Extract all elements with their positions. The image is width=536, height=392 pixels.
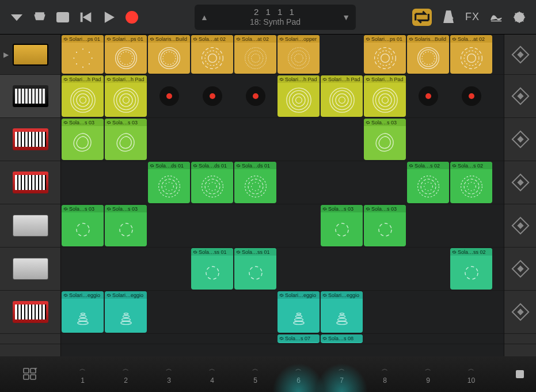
cell-slot[interactable]: Sola…s 07 [277, 334, 320, 344]
cell-slot[interactable]: Solaris...Build [147, 35, 191, 74]
cell-slot[interactable] [320, 118, 363, 161]
cell-slot[interactable] [191, 204, 234, 247]
loop-cell[interactable]: Solari…eggio [62, 291, 104, 333]
cell-slot[interactable]: Solari…opper [277, 35, 320, 74]
cell-slot[interactable]: Sola…ss 01 [234, 248, 277, 290]
loop-cell[interactable]: Solari…ps 01 [364, 35, 406, 74]
scene-trigger[interactable] [504, 334, 536, 344]
cell-slot[interactable] [191, 334, 234, 344]
loop-cell[interactable]: Sola…s 03 [364, 205, 406, 246]
loop-cell[interactable]: Solari…h Pad [277, 75, 320, 117]
lcd-display[interactable]: ▲ 2 1 1 1 18: Synth Pad ▼ [195, 5, 356, 30]
cell-slot[interactable]: Solari…h Pad [363, 75, 406, 117]
column-trigger[interactable]: ︿4 [191, 356, 234, 392]
cell-slot[interactable] [234, 118, 277, 161]
loop-cell[interactable]: Sola…ss 01 [191, 248, 233, 290]
record-button[interactable] [126, 11, 138, 24]
menu-dropdown-icon[interactable] [10, 11, 23, 24]
loop-cell[interactable]: Solaris...Build [148, 35, 190, 74]
cell-slot[interactable] [406, 204, 450, 247]
cell-slot[interactable] [363, 334, 406, 344]
column-trigger[interactable]: ︿2 [104, 356, 147, 392]
cell-slot[interactable] [450, 291, 493, 333]
scene-trigger[interactable] [504, 161, 536, 204]
cell-slot[interactable]: Sola…ss 02 [450, 248, 493, 290]
loop-toggle[interactable] [412, 9, 432, 26]
cell-slot[interactable] [61, 334, 104, 344]
column-trigger[interactable]: ︿9 [406, 356, 450, 392]
cell-slot[interactable] [450, 334, 493, 344]
loop-cell[interactable]: Sola…s 03 [321, 205, 363, 246]
cell-slot[interactable] [234, 334, 277, 344]
cell-slot[interactable]: Solari…eggio [61, 291, 104, 333]
track-header[interactable] [0, 291, 60, 334]
cell-slot[interactable] [277, 248, 320, 290]
cell-slot[interactable] [147, 334, 191, 344]
go-to-start-icon[interactable] [79, 11, 92, 24]
metronome-icon[interactable] [442, 11, 455, 24]
column-trigger[interactable]: ︿8 [363, 356, 406, 392]
loop-cell[interactable]: Sola…s 03 [105, 205, 147, 246]
cell-slot[interactable] [450, 75, 493, 117]
track-header[interactable]: ▶ [0, 35, 60, 75]
scene-trigger[interactable] [504, 248, 536, 291]
cell-slot[interactable]: Solari…eggio [277, 291, 320, 333]
cell-slot[interactable] [363, 248, 406, 290]
cell-slot[interactable] [61, 161, 104, 204]
loop-cell[interactable]: Solari…eggio [105, 291, 147, 333]
empty-record-cell[interactable] [406, 75, 450, 117]
grid-mode-icon[interactable] [0, 356, 61, 392]
loop-cell[interactable]: Sola…s 08 [321, 334, 363, 343]
loop-cell[interactable]: Solari…h Pad [364, 75, 406, 117]
cell-slot[interactable] [450, 118, 493, 161]
master-eq-icon[interactable] [490, 11, 503, 24]
cell-slot[interactable] [147, 291, 191, 333]
track-header[interactable] [0, 118, 60, 161]
cell-slot[interactable]: Sola…s 08 [320, 334, 363, 344]
track-play-icon[interactable]: ▶ [3, 51, 9, 59]
empty-record-cell[interactable] [191, 75, 234, 117]
loop-cell[interactable]: Sola…s 03 [62, 119, 104, 160]
library-icon[interactable] [33, 11, 46, 24]
loop-cell[interactable]: Sola…ss 01 [234, 248, 276, 290]
cell-slot[interactable]: Solari…h Pad [320, 75, 363, 117]
scene-trigger[interactable] [504, 75, 536, 118]
cell-slot[interactable]: Solari…ps 01 [104, 35, 147, 74]
cell-slot[interactable]: Sola…ds 01 [234, 161, 277, 204]
loop-cell[interactable]: Sola…ds 01 [191, 162, 233, 203]
loop-cell[interactable]: Solari…eggio [321, 291, 363, 333]
cell-slot[interactable]: Sola…s 02 [450, 161, 493, 204]
cell-slot[interactable]: Solari…ps 01 [61, 35, 104, 74]
cell-slot[interactable] [191, 75, 234, 117]
loop-cell[interactable]: Solari…h Pad [105, 75, 147, 117]
scene-trigger[interactable] [504, 291, 536, 334]
cell-slot[interactable]: Solari…h Pad [277, 75, 320, 117]
loop-cell[interactable]: Solari…opper [277, 35, 320, 74]
track-header[interactable] [0, 334, 60, 344]
loop-cell[interactable]: Sola…s 03 [364, 119, 406, 160]
empty-record-cell[interactable] [450, 75, 493, 117]
loop-cell[interactable]: Sola…s 02 [450, 162, 492, 203]
cell-slot[interactable] [277, 204, 320, 247]
cell-slot[interactable] [191, 291, 234, 333]
track-header[interactable] [0, 204, 60, 248]
cell-slot[interactable]: Solari…h Pad [104, 75, 147, 117]
cell-slot[interactable]: Sola…at 02 [234, 35, 277, 74]
loop-cell[interactable]: Solari…eggio [277, 291, 320, 333]
cell-slot[interactable] [147, 75, 191, 117]
column-trigger[interactable]: ︿10 [450, 356, 493, 392]
loop-cell[interactable]: Sola…ds 01 [148, 162, 190, 203]
column-trigger[interactable]: ︿7 [320, 356, 363, 392]
cell-slot[interactable]: Sola…s 03 [61, 204, 104, 247]
loop-cell[interactable]: Solari…ps 01 [105, 35, 147, 74]
scene-trigger[interactable] [504, 35, 536, 75]
cell-slot[interactable]: Sola…s 02 [406, 161, 450, 204]
cell-slot[interactable] [234, 291, 277, 333]
cell-slot[interactable] [406, 334, 450, 344]
cell-slot[interactable]: Sola…ss 01 [191, 248, 234, 290]
cell-slot[interactable] [234, 75, 277, 117]
track-header[interactable] [0, 75, 60, 118]
cell-slot[interactable] [104, 334, 147, 344]
column-trigger[interactable]: ︿5 [234, 356, 277, 392]
scene-trigger[interactable] [504, 204, 536, 248]
